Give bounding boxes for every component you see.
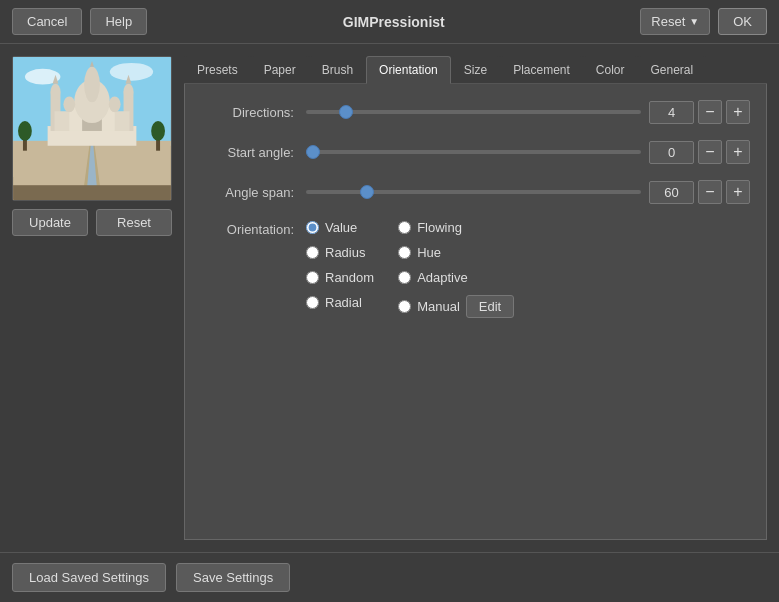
reset-dropdown-button[interactable]: Reset ▼ bbox=[640, 8, 710, 35]
svg-point-27 bbox=[151, 121, 165, 141]
angle-span-value[interactable] bbox=[649, 181, 694, 204]
tab-paper[interactable]: Paper bbox=[251, 56, 309, 83]
orientation-row: Orientation: Value Radius bbox=[201, 220, 750, 318]
angle-span-slider-container bbox=[306, 190, 641, 194]
svg-point-9 bbox=[51, 84, 61, 100]
bottom-bar: Load Saved Settings Save Settings bbox=[0, 552, 779, 602]
manual-row: Manual Edit bbox=[398, 295, 514, 318]
angle-span-label: Angle span: bbox=[201, 185, 306, 200]
reset-label: Reset bbox=[651, 14, 685, 29]
tab-size[interactable]: Size bbox=[451, 56, 500, 83]
orientation-options: Value Radius Random bbox=[306, 220, 514, 318]
update-button[interactable]: Update bbox=[12, 209, 88, 236]
tab-orientation[interactable]: Orientation bbox=[366, 56, 451, 84]
tab-general[interactable]: General bbox=[638, 56, 707, 83]
tab-brush[interactable]: Brush bbox=[309, 56, 366, 83]
radio-item-radius[interactable]: Radius bbox=[306, 245, 374, 260]
radio-item-adaptive[interactable]: Adaptive bbox=[398, 270, 514, 285]
radio-random[interactable] bbox=[306, 271, 319, 284]
save-settings-button[interactable]: Save Settings bbox=[176, 563, 290, 592]
angle-span-slider[interactable] bbox=[306, 190, 641, 194]
svg-point-23 bbox=[109, 96, 121, 112]
svg-rect-16 bbox=[115, 111, 130, 131]
radio-flowing[interactable] bbox=[398, 221, 411, 234]
tab-presets[interactable]: Presets bbox=[184, 56, 251, 83]
main-window: Cancel Help GIMPressionist Reset ▼ OK bbox=[0, 0, 779, 602]
directions-slider[interactable] bbox=[306, 110, 641, 114]
radio-flowing-label: Flowing bbox=[417, 220, 462, 235]
directions-value[interactable] bbox=[649, 101, 694, 124]
preview-svg bbox=[13, 57, 171, 200]
radio-item-value[interactable]: Value bbox=[306, 220, 374, 235]
edit-button[interactable]: Edit bbox=[466, 295, 514, 318]
svg-rect-28 bbox=[13, 185, 171, 200]
svg-point-20 bbox=[84, 67, 100, 103]
titlebar: Cancel Help GIMPressionist Reset ▼ OK bbox=[0, 0, 779, 44]
tab-color[interactable]: Color bbox=[583, 56, 638, 83]
svg-rect-15 bbox=[55, 111, 70, 131]
radio-item-manual[interactable]: Manual bbox=[398, 299, 460, 314]
radio-item-random[interactable]: Random bbox=[306, 270, 374, 285]
directions-slider-container bbox=[306, 110, 641, 114]
svg-point-25 bbox=[18, 121, 32, 141]
tab-bar: Presets Paper Brush Orientation Size Pla… bbox=[184, 56, 767, 84]
svg-point-22 bbox=[63, 96, 75, 112]
radio-radius[interactable] bbox=[306, 246, 319, 259]
radio-value[interactable] bbox=[306, 221, 319, 234]
orientation-label: Orientation: bbox=[201, 220, 306, 237]
directions-row: Directions: − + bbox=[201, 100, 750, 124]
start-angle-decrement-button[interactable]: − bbox=[698, 140, 722, 164]
radio-hue-label: Hue bbox=[417, 245, 441, 260]
radio-hue[interactable] bbox=[398, 246, 411, 259]
radio-adaptive-label: Adaptive bbox=[417, 270, 468, 285]
svg-point-12 bbox=[124, 84, 134, 100]
start-angle-slider-container bbox=[306, 150, 641, 154]
load-settings-button[interactable]: Load Saved Settings bbox=[12, 563, 166, 592]
start-angle-label: Start angle: bbox=[201, 145, 306, 160]
radio-adaptive[interactable] bbox=[398, 271, 411, 284]
preview-buttons: Update Reset bbox=[12, 209, 172, 236]
start-angle-value[interactable] bbox=[649, 141, 694, 164]
radio-random-label: Random bbox=[325, 270, 374, 285]
angle-span-decrement-button[interactable]: − bbox=[698, 180, 722, 204]
ok-button[interactable]: OK bbox=[718, 8, 767, 35]
radio-radius-label: Radius bbox=[325, 245, 365, 260]
radio-manual-label: Manual bbox=[417, 299, 460, 314]
start-angle-slider[interactable] bbox=[306, 150, 641, 154]
main-content: Update Reset Presets Paper Brush Orienta… bbox=[0, 44, 779, 552]
app-title: GIMPressionist bbox=[147, 14, 640, 30]
start-angle-row: Start angle: − + bbox=[201, 140, 750, 164]
tab-placement[interactable]: Placement bbox=[500, 56, 583, 83]
start-angle-increment-button[interactable]: + bbox=[726, 140, 750, 164]
titlebar-left: Cancel Help bbox=[12, 8, 147, 35]
angle-span-increment-button[interactable]: + bbox=[726, 180, 750, 204]
radio-manual[interactable] bbox=[398, 300, 411, 313]
radio-item-flowing[interactable]: Flowing bbox=[398, 220, 514, 235]
chevron-down-icon: ▼ bbox=[689, 16, 699, 27]
titlebar-right: Reset ▼ OK bbox=[640, 8, 767, 35]
radio-item-hue[interactable]: Hue bbox=[398, 245, 514, 260]
directions-increment-button[interactable]: + bbox=[726, 100, 750, 124]
radio-item-radial[interactable]: Radial bbox=[306, 295, 374, 310]
right-panel: Presets Paper Brush Orientation Size Pla… bbox=[184, 56, 767, 540]
orientation-col-2: Flowing Hue Adaptive bbox=[398, 220, 514, 318]
preview-reset-button[interactable]: Reset bbox=[96, 209, 172, 236]
svg-point-2 bbox=[110, 63, 153, 81]
preview-image bbox=[12, 56, 172, 201]
radio-value-label: Value bbox=[325, 220, 357, 235]
orientation-col-1: Value Radius Random bbox=[306, 220, 374, 318]
help-button[interactable]: Help bbox=[90, 8, 147, 35]
directions-label: Directions: bbox=[201, 105, 306, 120]
left-panel: Update Reset bbox=[12, 56, 172, 540]
radio-radial[interactable] bbox=[306, 296, 319, 309]
directions-decrement-button[interactable]: − bbox=[698, 100, 722, 124]
radio-radial-label: Radial bbox=[325, 295, 362, 310]
angle-span-row: Angle span: − + bbox=[201, 180, 750, 204]
cancel-button[interactable]: Cancel bbox=[12, 8, 82, 35]
orientation-tab-content: Directions: − + Start angle: − bbox=[184, 84, 767, 540]
